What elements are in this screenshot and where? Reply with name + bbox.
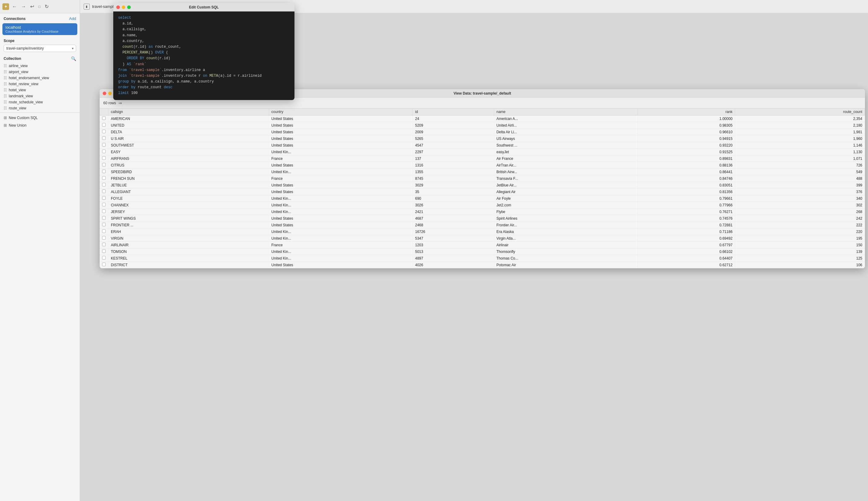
- connection-localhost[interactable]: localhost Couchbase Analytics by Couchba…: [2, 23, 77, 35]
- forward-button[interactable]: →: [20, 3, 27, 10]
- table-row[interactable]: VIRGIN United Kin... 5347 Virgin Atla...…: [100, 235, 865, 242]
- col-name[interactable]: name: [494, 108, 638, 115]
- app-logo: ✦: [2, 3, 9, 10]
- table-body: AMERICAN United States 24 American A... …: [100, 115, 865, 268]
- collection-label: Collection: [4, 56, 21, 61]
- row-checkbox[interactable]: [100, 115, 108, 122]
- table-row[interactable]: CHANNEX United Kin... 3026 Jet2.com 0.77…: [100, 202, 865, 209]
- row-checkbox[interactable]: [100, 195, 108, 202]
- back-button[interactable]: ←: [11, 3, 18, 10]
- col-country[interactable]: country: [269, 108, 413, 115]
- collection-item-hotel-review-view[interactable]: ☷ hotel_review_view: [0, 81, 80, 87]
- cell-rank: 0.96610: [638, 129, 735, 135]
- collection-item-hotel-endorsement-view[interactable]: ☷ hotel_endorsement_view: [0, 75, 80, 81]
- collection-item-airline-view[interactable]: ☷ airline_view: [0, 63, 80, 69]
- row-checkbox[interactable]: [100, 248, 108, 255]
- cell-rank: 1.00000: [638, 115, 735, 122]
- new-custom-sql-label: New Custom SQL: [9, 116, 38, 120]
- undo-button[interactable]: ↩: [29, 3, 35, 10]
- traffic-lights: [116, 6, 131, 9]
- row-checkbox[interactable]: [100, 175, 108, 182]
- data-minimize-button[interactable]: [108, 92, 112, 95]
- table-row[interactable]: SOUTHWEST United States 4547 Southwest .…: [100, 142, 865, 149]
- data-close-button[interactable]: [103, 92, 106, 95]
- row-checkbox[interactable]: [100, 209, 108, 215]
- data-table-wrapper[interactable]: callsign country id name rank route_coun…: [100, 108, 865, 268]
- row-checkbox[interactable]: [100, 142, 108, 149]
- table-row[interactable]: SPIRIT WINGS United States 4687 Spirit A…: [100, 215, 865, 222]
- table-row[interactable]: JETBLUE United States 3029 JetBlue Air..…: [100, 182, 865, 189]
- cell-name: Airlinair: [494, 242, 638, 248]
- row-checkbox[interactable]: [100, 242, 108, 248]
- cell-id: 16726: [413, 228, 494, 235]
- cell-id: 1355: [413, 169, 494, 175]
- table-row[interactable]: DELTA United States 2009 Delta Air Li...…: [100, 129, 865, 135]
- collection-item-airport-view[interactable]: ☷ airport_view: [0, 69, 80, 75]
- table-row[interactable]: ALLEGIANT United States 35 Allegiant Air…: [100, 189, 865, 195]
- table-row[interactable]: FRENCH SUN France 8745 Transavia F... 0.…: [100, 175, 865, 182]
- cell-name: Air France: [494, 155, 638, 162]
- col-callsign[interactable]: callsign: [108, 108, 269, 115]
- table-row[interactable]: KESTREL United Kin... 4897 Thomas Co... …: [100, 255, 865, 262]
- cell-callsign: EASY: [108, 149, 269, 155]
- cell-rank: 0.86441: [638, 169, 735, 175]
- row-checkbox[interactable]: [100, 149, 108, 155]
- collection-item-label: hotel_endorsement_view: [9, 76, 49, 80]
- row-checkbox[interactable]: [100, 255, 108, 262]
- data-dialog-title: View Data: travel-sample/_default: [454, 91, 511, 96]
- cell-id: 24: [413, 115, 494, 122]
- collection-item-hotel-view[interactable]: ☷ hotel_view: [0, 87, 80, 93]
- table-row[interactable]: JERSEY United Kin... 2421 Flybe 0.76271 …: [100, 209, 865, 215]
- table-row[interactable]: U S AIR United States 5265 US Airways 0.…: [100, 135, 865, 142]
- cell-callsign: CITRUS: [108, 162, 269, 169]
- table-row[interactable]: SPEEDBIRD United Kin... 1355 British Air…: [100, 169, 865, 175]
- cell-route-count: 106: [735, 262, 865, 268]
- table-row[interactable]: CITRUS United States 1316 AirTran Air...…: [100, 162, 865, 169]
- add-connection-button[interactable]: Add: [69, 16, 76, 21]
- col-id[interactable]: id: [413, 108, 494, 115]
- table-row[interactable]: TOMSON United Kin... 5013 Thomsonfly 0.6…: [100, 248, 865, 255]
- row-checkbox[interactable]: [100, 129, 108, 135]
- row-checkbox[interactable]: [100, 228, 108, 235]
- row-checkbox[interactable]: [100, 222, 108, 228]
- table-row[interactable]: AIRFRANS France 137 Air France 0.89831 1…: [100, 155, 865, 162]
- scope-select[interactable]: travel-sample/inventory: [4, 45, 76, 52]
- row-checkbox[interactable]: [100, 202, 108, 209]
- table-row[interactable]: UNITED United States 5209 United Airli..…: [100, 122, 865, 129]
- collection-item-landmark-view[interactable]: ☷ landmark_view: [0, 93, 80, 99]
- row-checkbox[interactable]: [100, 189, 108, 195]
- col-route-count[interactable]: route_count: [735, 108, 865, 115]
- row-checkbox[interactable]: [100, 182, 108, 189]
- table-row[interactable]: ERAH United Kin... 16726 Era Alaska 0.71…: [100, 228, 865, 235]
- minimize-button[interactable]: [122, 6, 125, 9]
- maximize-button[interactable]: [127, 6, 131, 9]
- table-row[interactable]: DISTRICT United States 4026 Potomac Air …: [100, 262, 865, 268]
- row-checkbox[interactable]: [100, 262, 108, 268]
- collection-item-route-view[interactable]: ☷ route_view: [0, 105, 80, 111]
- collection-search-button[interactable]: 🔍: [71, 56, 76, 61]
- cell-name: Allegiant Air: [494, 189, 638, 195]
- close-button[interactable]: [116, 6, 120, 9]
- row-checkbox[interactable]: [100, 235, 108, 242]
- new-custom-sql-action[interactable]: ⊞ New Custom SQL: [0, 114, 80, 121]
- save-button[interactable]: □: [37, 4, 42, 9]
- cell-callsign: UNITED: [108, 122, 269, 129]
- table-row[interactable]: FRONTIER ... United States 2468 Frontier…: [100, 222, 865, 228]
- table-row[interactable]: AIRLINAIR France 1203 Airlinair 0.67797 …: [100, 242, 865, 248]
- table-row[interactable]: EASY United Kin... 2297 easyJet 0.91525 …: [100, 149, 865, 155]
- collection-item-route-schedule-view[interactable]: ☷ route_schedule_view: [0, 99, 80, 105]
- table-row[interactable]: FOYLE United Kin... 690 Air Foyle 0.7966…: [100, 195, 865, 202]
- cell-name: Air Foyle: [494, 195, 638, 202]
- row-checkbox[interactable]: [100, 162, 108, 169]
- col-rank[interactable]: rank: [638, 108, 735, 115]
- refresh-button[interactable]: ↻: [43, 3, 50, 10]
- row-checkbox[interactable]: [100, 122, 108, 129]
- cell-id: 5347: [413, 235, 494, 242]
- table-row[interactable]: AMERICAN United States 24 American A... …: [100, 115, 865, 122]
- row-checkbox[interactable]: [100, 215, 108, 222]
- row-checkbox[interactable]: [100, 155, 108, 162]
- new-union-action[interactable]: ⊞ New Union: [0, 121, 80, 129]
- sql-editor[interactable]: select a.id, a.callsign, a.name, a.count…: [113, 11, 294, 100]
- row-checkbox[interactable]: [100, 169, 108, 175]
- row-checkbox[interactable]: [100, 135, 108, 142]
